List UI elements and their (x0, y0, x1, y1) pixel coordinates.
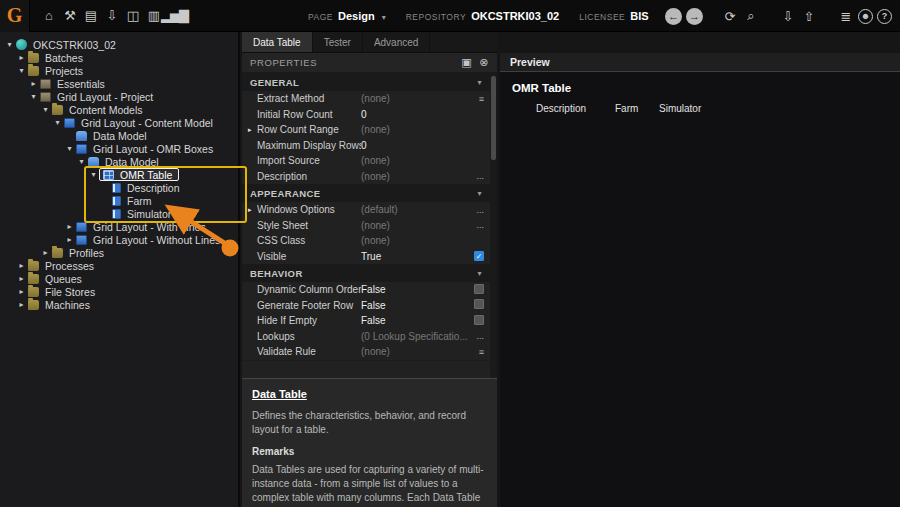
tree-item-simulator[interactable]: Simulator (0, 207, 238, 220)
tree-item-grid-layout-with-lines[interactable]: ▸Grid Layout - With Lines (0, 220, 238, 233)
prop-row-style-sheet[interactable]: Style Sheet(none)... (242, 218, 490, 234)
expand-icon[interactable]: ▸ (64, 235, 75, 244)
tree-item-farm[interactable]: Farm (0, 194, 238, 207)
expand-icon[interactable]: ▸ (16, 274, 27, 283)
checkbox-unchecked[interactable] (474, 315, 484, 325)
ellipsis-button[interactable]: ... (468, 171, 484, 181)
import-icon[interactable]: ⇩ (101, 5, 122, 27)
collapse-icon[interactable]: ▾ (16, 66, 27, 75)
expand-icon[interactable]: ▸ (16, 53, 27, 62)
download-button[interactable]: ⇩ (777, 5, 798, 27)
prop-row-windows-options[interactable]: ▸Windows Options(default)... (242, 202, 490, 218)
prop-row-visible[interactable]: VisibleTrue✓ (242, 249, 490, 265)
checkbox-icon[interactable] (468, 315, 484, 327)
expand-icon[interactable]: ▸ (16, 261, 27, 270)
account-button[interactable]: ☻ (858, 9, 873, 24)
prop-section-appearance[interactable]: APPEARANCE▾ (242, 184, 490, 202)
tree-item-processes[interactable]: ▸Processes (0, 259, 238, 272)
ellipsis-button[interactable]: ... (468, 220, 484, 230)
collapse-icon[interactable]: ▾ (88, 170, 99, 179)
scrollbar-thumb[interactable] (491, 76, 496, 160)
tree-item-okcstrki03-02[interactable]: ▾OKCSTRKI03_02 (0, 38, 238, 51)
expand-icon[interactable]: ▸ (248, 126, 257, 134)
collapse-icon[interactable]: ▾ (4, 40, 15, 49)
property-grid-scrollbar[interactable] (490, 73, 497, 378)
help-button[interactable]: ? (877, 9, 892, 24)
upload-button[interactable]: ⇧ (798, 5, 819, 27)
expand-icon[interactable]: ▸ (16, 287, 27, 296)
collapse-icon[interactable]: ▾ (64, 144, 75, 153)
prop-row-row-count-range[interactable]: ▸Row Count Range(none) (242, 122, 490, 138)
prop-row-initial-row-count[interactable]: Initial Row Count0 (242, 107, 490, 123)
prop-row-generate-footer-row[interactable]: Generate Footer RowFalse (242, 298, 490, 314)
tree-item-grid-layout-project[interactable]: ▾Grid Layout - Project (0, 90, 238, 103)
menu-icon[interactable]: ≡ (468, 94, 484, 104)
refresh-button[interactable]: ⟳ (719, 5, 740, 27)
prop-row-hide-if-empty[interactable]: Hide If EmptyFalse (242, 313, 490, 329)
help-title-link[interactable]: Data Table (252, 387, 487, 402)
prop-section-behavior[interactable]: BEHAVIOR▾ (242, 264, 490, 282)
layers-button[interactable]: ≣ (835, 5, 856, 27)
tree-item-file-stores[interactable]: ▸File Stores (0, 285, 238, 298)
tree-item-data-model[interactable]: ▾Data Model (0, 155, 238, 168)
prop-row-validate-rule[interactable]: Validate Rule(none)≡ (242, 344, 490, 360)
tab-tester[interactable]: Tester (313, 32, 363, 52)
search-button[interactable]: ⌕ (740, 5, 761, 27)
preview-column-header-farm[interactable]: Farm (615, 103, 659, 114)
tab-data-table[interactable]: Data Table (242, 32, 313, 52)
expand-icon[interactable]: ▸ (28, 79, 39, 88)
expand-icon[interactable]: ▸ (248, 206, 257, 214)
ellipsis-button[interactable]: ... (468, 331, 484, 341)
tree-item-queues[interactable]: ▸Queues (0, 272, 238, 285)
prop-section-general[interactable]: GENERAL▾ (242, 73, 490, 91)
ellipsis-button[interactable]: ... (468, 205, 484, 215)
home-icon[interactable]: ⌂ (38, 5, 59, 27)
tree-item-profiles[interactable]: ▸Profiles (0, 246, 238, 259)
collapse-icon[interactable]: ▾ (28, 92, 39, 101)
tree-item-essentials[interactable]: ▸Essentials (0, 77, 238, 90)
menu-icon[interactable]: ≡ (468, 347, 484, 357)
collapse-icon[interactable]: ▾ (76, 157, 87, 166)
tree-item-projects[interactable]: ▾Projects (0, 64, 238, 77)
app-logo[interactable]: G (0, 0, 30, 32)
tree-item-grid-layout-without-lines[interactable]: ▸Grid Layout - Without Lines (0, 233, 238, 246)
save-properties-icon[interactable]: ▣ (461, 56, 472, 69)
prop-row-extract-method[interactable]: Extract Method(none)≡ (242, 91, 490, 107)
prop-row-description[interactable]: Description(none)... (242, 169, 490, 185)
stores-icon[interactable]: ◫ (122, 5, 143, 27)
tree-item-content-models[interactable]: ▾Content Models (0, 103, 238, 116)
tree-item-grid-layout-omr-boxes[interactable]: ▾Grid Layout - OMR Boxes (0, 142, 238, 155)
prop-row-dynamic-column-ordering[interactable]: Dynamic Column OrderingFalse (242, 282, 490, 298)
expand-icon[interactable]: ▸ (40, 248, 51, 257)
checkbox-icon[interactable] (468, 284, 484, 296)
stats-icon[interactable]: ▂▅▇ (164, 5, 185, 27)
tree-item-omr-table[interactable]: ▾OMR Table (0, 168, 238, 181)
checkbox-icon[interactable] (468, 299, 484, 311)
tree-item-description[interactable]: Description (0, 181, 238, 194)
preview-column-header-simulator[interactable]: Simulator (659, 103, 729, 114)
back-button[interactable]: ← (665, 8, 682, 25)
tree-item-batches[interactable]: ▸Batches (0, 51, 238, 64)
prop-row-maximum-display-rows[interactable]: Maximum Display Rows0 (242, 138, 490, 154)
checkbox-unchecked[interactable] (474, 284, 484, 294)
tree-item-data-model[interactable]: Data Model (0, 129, 238, 142)
design-tools-icon[interactable]: ⚒ (59, 5, 80, 27)
tree-item-grid-layout-content-model[interactable]: ▾Grid Layout - Content Model (0, 116, 238, 129)
prop-row-lookups[interactable]: Lookups(0 Lookup Specificatio...... (242, 329, 490, 345)
forward-button[interactable]: → (686, 8, 703, 25)
collapse-icon[interactable]: ▾ (40, 105, 51, 114)
collapse-icon[interactable]: ▾ (52, 118, 63, 127)
expand-icon[interactable]: ▸ (64, 222, 75, 231)
page-value[interactable]: Design (338, 10, 375, 22)
expand-icon[interactable]: ▸ (16, 300, 27, 309)
checkbox-checked[interactable]: ✓ (474, 251, 484, 261)
prop-row-css-class[interactable]: CSS Class(none) (242, 233, 490, 249)
tree-item-machines[interactable]: ▸Machines (0, 298, 238, 311)
prop-row-import-source[interactable]: Import Source(none) (242, 153, 490, 169)
cancel-properties-icon[interactable]: ⊗ (479, 56, 489, 69)
checkbox-icon[interactable]: ✓ (468, 251, 484, 261)
batches-icon[interactable]: ▤ (80, 5, 101, 27)
page-dropdown-caret-icon[interactable]: ▾ (382, 13, 386, 22)
preview-column-header-description[interactable]: Description (536, 103, 615, 114)
checkbox-unchecked[interactable] (474, 299, 484, 309)
